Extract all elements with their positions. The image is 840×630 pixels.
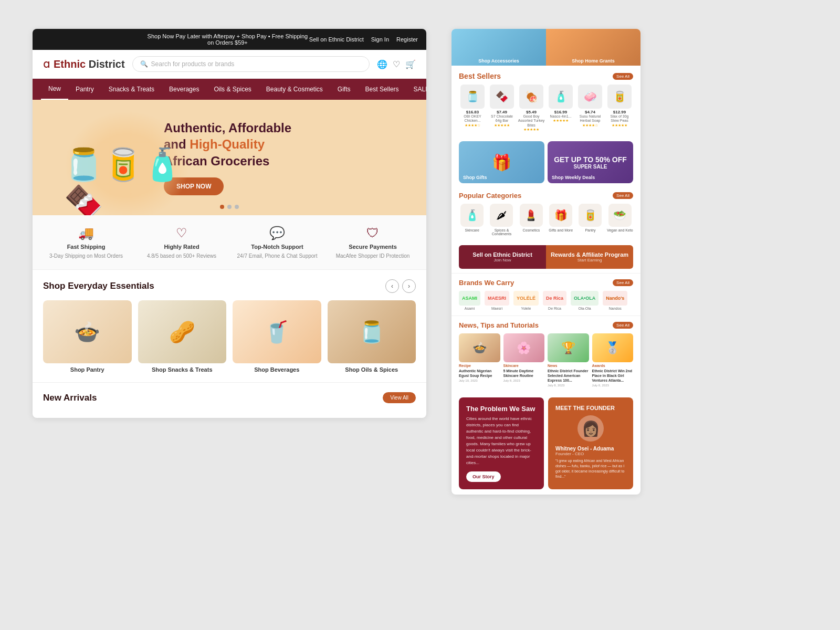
section-title: Shop Everyday Essentials xyxy=(43,281,154,291)
hero-banner: 🫙🥫🧴🍫 Authentic, Affordable and High-Qual… xyxy=(33,100,426,215)
brand-asami[interactable]: ASAMI Asami xyxy=(459,291,480,310)
shop-card-oils[interactable]: 🫙 Shop Oils & Spices xyxy=(328,300,416,373)
bs-item-1[interactable]: 🫙 $16.83 OBI OKEY Chicken... ★★★★☆ xyxy=(459,85,486,132)
bs-item-4[interactable]: 🧴 $16.99 Nasco 4in1... ★★★★★ xyxy=(547,85,574,132)
logo-text: Ethnic District xyxy=(54,58,125,70)
feature-rated: ♡ Highly Rated 4.8/5 based on 500+ Revie… xyxy=(136,226,227,259)
nav-item-gifts[interactable]: Gifts xyxy=(330,79,358,99)
brand-ola-ola[interactable]: OLA•OLA Ola-Ola xyxy=(571,291,598,310)
snacks-label: Shop Snacks & Treats xyxy=(138,366,227,373)
cat-vegan[interactable]: 🥗 Vegan and Keto xyxy=(607,204,633,236)
promo-gifts[interactable]: 🎁 Shop Gifts xyxy=(459,141,544,183)
shop-grid: 🍲 Shop Pantry 🥜 Shop Snacks & Treats 🥤 S… xyxy=(43,300,416,373)
spices-icon: 🌶 xyxy=(490,204,513,227)
wishlist-icon[interactable]: ♡ xyxy=(393,59,400,69)
nav-item-bestsellers[interactable]: Best Sellers xyxy=(358,79,406,99)
skincare-icon: 🧴 xyxy=(460,204,484,227)
rewards-cta-button[interactable]: Rewards & Affiliate Program Start Earnin… xyxy=(546,245,633,269)
best-sellers-see-all[interactable]: See All xyxy=(613,73,633,80)
ola-ola-logo: OLA•OLA xyxy=(571,291,598,306)
top-bar: Shop Now Pay Later with Afterpay + Shop … xyxy=(33,29,426,50)
de-rica-logo: De Rica xyxy=(543,291,566,306)
nav-item-sale[interactable]: SALE 50% OFF xyxy=(406,79,426,99)
cat-skincare[interactable]: 🧴 Skincare xyxy=(459,204,485,236)
cat-cosmetics[interactable]: 💄 Cosmetics xyxy=(518,204,544,236)
hero-dot-3[interactable] xyxy=(235,205,239,209)
problem-title: The Problem We Saw xyxy=(466,405,537,413)
cat-spices[interactable]: 🌶 Spices & Condiments xyxy=(488,204,514,236)
globe-icon[interactable]: 🌐 xyxy=(377,59,387,69)
feature-shipping: 🚚 Fast Shipping 3-Day Shipping on Most O… xyxy=(41,226,131,259)
gifts-label: Shop Gifts xyxy=(463,175,487,180)
asami-logo: ASAMI xyxy=(459,291,480,306)
bs-item-6[interactable]: 🥫 $12.99 Slax of 30g Stew Peas ★★★★★ xyxy=(606,85,633,132)
news-see-all[interactable]: See All xyxy=(613,322,633,329)
shop-card-beverages[interactable]: 🥤 Shop Beverages xyxy=(233,300,321,373)
nav-item-snacks[interactable]: Snacks & Treats xyxy=(101,79,162,99)
founder-card: MEET THE FOUNDER 👩🏽 Whitney Osei - Aduam… xyxy=(548,397,633,489)
header-icons: 🌐 ♡ 🛒 xyxy=(377,59,416,69)
cat-pantry[interactable]: 🥫 Pantry xyxy=(577,204,603,236)
bs-item-3[interactable]: 🍖 $5.49 Good Boy Assorted Turkey Bites ★… xyxy=(518,85,545,132)
right-top-images: Shop Accessories Shop Home Grants xyxy=(452,29,640,66)
brands-see-all[interactable]: See All xyxy=(613,279,633,286)
gifts-emoji: 🎁 xyxy=(492,153,511,172)
section-header: Shop Everyday Essentials ‹ › xyxy=(43,279,416,293)
bs-img-4: 🧴 xyxy=(549,85,573,109)
brand-nandos[interactable]: Nando's Nandos xyxy=(603,291,627,310)
register-link[interactable]: Register xyxy=(396,36,418,43)
header: ɑ Ethnic District 🔍 Search for products … xyxy=(33,50,426,79)
categories-grid: 🧴 Skincare 🌶 Spices & Condiments 💄 Cosme… xyxy=(459,204,633,236)
accessories-banner[interactable]: Shop Accessories xyxy=(452,29,546,66)
cart-icon[interactable]: 🛒 xyxy=(405,59,416,69)
nav-item-beverages[interactable]: Beverages xyxy=(162,79,206,99)
bs-item-2[interactable]: 🍫 $7.49 S7 Chocolate 64g Bar ★★★★★ xyxy=(488,85,516,132)
bs-img-1: 🫙 xyxy=(460,85,485,109)
news-card-2[interactable]: 🌸 Skincare 5 Minute Daytime Skincare Rou… xyxy=(503,333,545,387)
pantry-label: Shop Pantry xyxy=(43,366,132,373)
brands-section: Brands We Carry See All ASAMI Asami MAES… xyxy=(452,273,640,316)
prev-arrow[interactable]: ‹ xyxy=(385,279,399,293)
our-story-button[interactable]: Our Story xyxy=(466,471,501,482)
view-all-button[interactable]: View All xyxy=(383,392,416,403)
features-bar: 🚚 Fast Shipping 3-Day Shipping on Most O… xyxy=(33,215,426,270)
news-card-3[interactable]: 🏆 News Ethnic District Founder Selected … xyxy=(548,333,589,387)
brand-maesri[interactable]: MAESRI Maesri xyxy=(485,291,509,310)
promo-sale[interactable]: GET UP TO 50% OFF SUPER SALE Shop Weekly… xyxy=(548,141,633,183)
right-panel: Shop Accessories Shop Home Grants Best S… xyxy=(452,29,640,495)
nav-item-beauty[interactable]: Beauty & Cosmetics xyxy=(259,79,330,99)
search-bar[interactable]: 🔍 Search for products or brands xyxy=(132,56,370,72)
hero-dot-2[interactable] xyxy=(227,205,232,209)
sell-cta-button[interactable]: Sell on Ethnic District Join Now xyxy=(459,245,546,269)
founder-name: Whitney Osei - Aduama xyxy=(555,446,626,452)
shield-icon: 🛡 xyxy=(366,226,379,240)
nav-item-pantry[interactable]: Pantry xyxy=(68,79,101,99)
logo[interactable]: ɑ Ethnic District xyxy=(43,57,125,71)
next-arrow[interactable]: › xyxy=(402,279,416,293)
bs-img-2: 🍫 xyxy=(490,85,514,109)
founder-avatar: 👩🏽 xyxy=(578,415,604,442)
cat-gifts[interactable]: 🎁 Gifts and More xyxy=(548,204,574,236)
new-arrivals-section: New Arrivals View All xyxy=(33,382,426,418)
shop-card-snacks[interactable]: 🥜 Shop Snacks & Treats xyxy=(138,300,227,373)
nav-item-new[interactable]: New xyxy=(41,79,68,100)
brand-de-rica[interactable]: De Rica De Rica xyxy=(543,291,566,310)
hero-dot-1[interactable] xyxy=(220,205,224,209)
maesri-logo: MAESRI xyxy=(485,291,509,306)
news-card-4[interactable]: 🥈 Awards Ethnic District Win 2nd Place i… xyxy=(592,333,634,387)
brands-title: Brands We Carry xyxy=(459,279,514,287)
brand-yolele[interactable]: YOLÉLÉ Yolele xyxy=(513,291,539,310)
logo-icon: ɑ xyxy=(43,57,50,71)
shop-card-pantry[interactable]: 🍲 Shop Pantry xyxy=(43,300,132,373)
snacks-image: 🥜 xyxy=(138,300,227,363)
popular-cats-see-all[interactable]: See All xyxy=(613,192,633,199)
bottom-cards: The Problem We Saw Cities around the wor… xyxy=(452,392,640,495)
nav-item-oils[interactable]: Oils & Spices xyxy=(206,79,258,99)
home-grants-banner[interactable]: Shop Home Grants xyxy=(546,29,640,66)
signin-link[interactable]: Sign In xyxy=(371,36,389,43)
sell-link[interactable]: Sell on Ethnic District xyxy=(309,36,364,43)
shop-essentials-section: Shop Everyday Essentials ‹ › 🍲 Shop Pant… xyxy=(33,270,426,382)
bs-item-5[interactable]: 🧼 $4.74 Susu Natural Herbal Soap ★★★★☆ xyxy=(576,85,604,132)
bs-img-5: 🧼 xyxy=(578,85,602,109)
news-card-1[interactable]: 🍲 Recipe Authentic Nigerian Egusi Soup R… xyxy=(459,333,500,387)
